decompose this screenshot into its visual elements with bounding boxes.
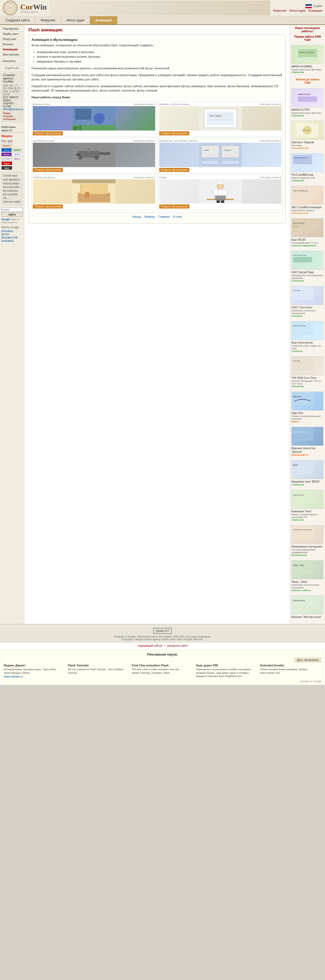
- work-status-13[interactable]: Сделано!►: [292, 484, 323, 486]
- ad-animation[interactable]: Animation: [2, 230, 23, 232]
- demo-image-4: [33, 179, 155, 204]
- work-status-16[interactable]: Сделано сайт!►: [292, 589, 323, 592]
- ad-col-header-3: Знак дорог PIN: [196, 664, 257, 667]
- work-item-15: Инженерные улучшения Инженерные улучшени…: [292, 525, 323, 558]
- demo-btn-1[interactable]: Открыть флэш-ролик: [159, 131, 189, 135]
- work-status-2[interactable]: Сделано!►: [292, 114, 323, 117]
- work-thumb-7: ОАО Третий Парк: [292, 251, 323, 270]
- work-thumb-9: Форт Константин: [292, 321, 323, 340]
- demo-btn-0[interactable]: Открыть флэш-ролик: [33, 131, 63, 135]
- work-status-3[interactable]: Подождалии!►: [292, 147, 323, 150]
- email-link[interactable]: office@corwin.ru: [3, 108, 23, 111]
- work-name-14: Компания "Нью": [292, 510, 323, 513]
- sidebar-item-animation[interactable]: Анимация: [2, 47, 23, 52]
- logo-text[interactable]: Cor Win: [20, 3, 47, 11]
- header-link-1[interactable]: Фотостудия: [290, 9, 306, 12]
- svg-text:Инженерные улучшения: Инженерные улучшения: [293, 529, 311, 530]
- ad-col-0: Яндекс Директ Большой выбор. Выгодные це…: [4, 664, 65, 679]
- search-button[interactable]: найти: [2, 212, 23, 217]
- sidebar-item-contacts[interactable]: Контакты: [2, 59, 23, 64]
- work-status-8[interactable]: Готово!►: [292, 315, 323, 317]
- sidebar-item-recruitment[interactable]: Рекрутинг: [2, 37, 23, 42]
- work-status-14[interactable]: Сделано!►: [292, 519, 323, 521]
- quality-badge: QUALITY: [153, 628, 172, 634]
- work-item-10: ТНК КЕМ ТНК КЕМ Олл-Сети Каталог продукц…: [292, 356, 323, 390]
- work-status-15[interactable]: Выполнено!►: [292, 554, 323, 557]
- ad-3dart[interactable]: 3D Art: [2, 233, 23, 236]
- footer-link-sites[interactable]: подходящий сайтов: [137, 644, 162, 647]
- tab-create-site[interactable]: Создание сайта: [0, 16, 35, 24]
- nav-home[interactable]: Главная: [158, 215, 170, 218]
- svg-rect-59: [292, 218, 313, 232]
- para-4: Наши работы перед Вами:: [32, 95, 283, 100]
- ad-col-link-0[interactable]: www.molotok.ru: [4, 675, 65, 679]
- svg-rect-75: [292, 460, 313, 474]
- sidebar-form-link[interactable]: Форма отправки сообщения: [3, 112, 16, 121]
- svg-rect-25: [201, 160, 219, 164]
- work-status-6[interactable]: Успешно завершен!►: [292, 244, 323, 247]
- work-name-0: MANN+HUMMEL: [292, 65, 323, 68]
- work-status-4[interactable]: Сделано!►: [292, 179, 323, 182]
- ad-animators[interactable]: Animators: [2, 239, 23, 242]
- footer-link-promo[interactable]: раскрутка сайта: [167, 644, 188, 647]
- demos-grid: Фрагмент игры Описание ролика 1: [32, 102, 283, 210]
- ads-bottom-section: Рекламная пауза: Дать объявление Яндекс …: [2, 650, 323, 685]
- work-item-0: MANN+HUMMEL MANN+HUMMEL Индустриальные ф…: [292, 45, 323, 75]
- give-ad-button[interactable]: Дать объявление: [295, 658, 321, 662]
- work-thumb-15: Инженерные улучшения: [292, 525, 323, 544]
- work-status-9[interactable]: Готово!►: [292, 350, 323, 353]
- header-link-2[interactable]: Анимация: [308, 9, 322, 12]
- svg-rect-21: [201, 145, 219, 158]
- sidebar-search: найти Google Поиск по сайту Corwin.ru: [2, 208, 23, 224]
- bottom-nav: Назад Вперёд Главная E-mail: [32, 213, 283, 220]
- work-status-10[interactable]: Сделано!►: [292, 385, 323, 388]
- svg-rect-65: [292, 286, 313, 300]
- tab-photo[interactable]: Фотостудия: [61, 16, 90, 24]
- sidebar-item-anons[interactable]: Анонсы: [2, 42, 23, 47]
- demo-title-3: Наложение с английским текстом: [159, 140, 198, 142]
- svg-rect-44: [215, 196, 226, 199]
- nav-next[interactable]: Вперёд: [145, 215, 155, 218]
- work-name-12: Морское Агентство "Дельта": [292, 447, 323, 453]
- tab-recruitment[interactable]: Рекрутинг: [35, 16, 61, 24]
- para-2: Создадим рекламный ролик, флэш интро для…: [32, 73, 283, 82]
- demo-btn-2[interactable]: Открыть флэш-ролик: [33, 168, 63, 172]
- header-link-0[interactable]: Рекрутинг: [273, 9, 287, 12]
- svg-rect-57: [292, 186, 313, 200]
- work-name-6: Борт 85185: [292, 238, 323, 242]
- sidebar-item-workshop[interactable]: Мастерская: [2, 52, 23, 57]
- sidebar-item-portfolio[interactable]: Портфолио: [2, 26, 23, 32]
- demo-num-4: Описание ролика 5: [133, 176, 155, 179]
- work-status-11[interactable]: New!►: [292, 420, 323, 423]
- work-status-0[interactable]: Сделано!►: [292, 71, 323, 74]
- footer-links: подходящий сайтов • раскрутка сайта: [0, 643, 325, 649]
- demo-btn-4[interactable]: Открыть флэш-ролик: [33, 204, 63, 208]
- demo-btn-3[interactable]: Открыть флэш-ролик: [159, 168, 189, 172]
- work-name-11: High-Dive: [292, 411, 323, 415]
- demo-title-5: Повар: [159, 176, 166, 179]
- work-name-16: Заказ - Лиза: [292, 580, 323, 584]
- nav-email[interactable]: E-mail: [173, 215, 182, 218]
- svg-rect-4: [74, 126, 78, 130]
- work-status-12[interactable]: Новый сайт!►: [292, 453, 323, 456]
- sidebar-nav: Портфолио Прайс-лист Рекрутинг Анонсы Ан…: [2, 26, 23, 70]
- tab-animation[interactable]: Анимация: [90, 16, 117, 24]
- ad-col-desc-0: Большой выбор. Выгодные цены. Торги onli…: [4, 668, 65, 675]
- sape-logo: Sape: [2, 166, 12, 170]
- svg-text:3АО СтройБетон: 3АО СтройБетон: [293, 190, 308, 192]
- ad-col-header-2: Find Clay animation Flash: [132, 664, 193, 667]
- work-thumb-14: Компания Нью: [292, 490, 323, 509]
- google-logo: Google: [2, 139, 23, 143]
- sidebar-item-price[interactable]: Прайс-лист: [2, 32, 23, 37]
- sidebar-english-link[interactable]: English site: [5, 67, 19, 70]
- svg-rect-69: [292, 356, 313, 370]
- svg-text:Шатлик: Шатлик: [302, 129, 309, 132]
- nav-prev[interactable]: Назад: [132, 215, 141, 218]
- ad-animatedgif[interactable]: Animated GIF: [2, 236, 23, 239]
- work-name-5: 3АО СтройБетонизация: [292, 205, 323, 209]
- search-input[interactable]: [2, 208, 23, 212]
- work-status-7[interactable]: Сделано!►: [292, 280, 323, 282]
- demo-btn-5[interactable]: Открыть флэш-ролик: [159, 204, 189, 208]
- work-status-5[interactable]: Подождалии!►: [292, 212, 323, 215]
- work-name-4: РосСтройМонтаж: [292, 173, 323, 177]
